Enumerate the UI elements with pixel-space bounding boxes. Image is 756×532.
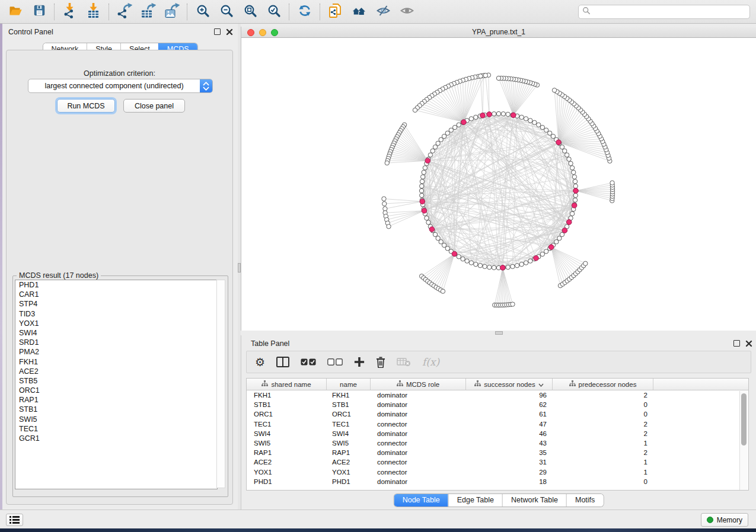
- task-history-button[interactable]: [6, 514, 23, 526]
- mcds-result-item[interactable]: SWI5: [15, 415, 217, 424]
- node-table-header: shared namenameMCDS rolesuccessor nodesp…: [247, 379, 748, 390]
- mcds-result-item[interactable]: STB1: [15, 405, 217, 414]
- select-all-columns-button[interactable]: [301, 354, 316, 370]
- control-panel-title: Control Panel: [8, 28, 53, 36]
- search-input[interactable]: [594, 7, 746, 17]
- run-mcds-button[interactable]: Run MCDS: [57, 99, 115, 113]
- mcds-result-item[interactable]: ACE2: [15, 367, 217, 376]
- export-network-button[interactable]: [115, 3, 134, 21]
- mcds-result-list[interactable]: PHD1CAR1STP4TID3YOX1SWI4SRD1PMA2FKH1ACE2…: [15, 280, 218, 489]
- column-header-shared-name[interactable]: shared name: [247, 379, 327, 390]
- table-row-RAP1[interactable]: RAP1RAP1dominator352: [247, 448, 748, 457]
- horizontal-splitter-grip[interactable]: [495, 331, 503, 335]
- table-row-ORC1[interactable]: ORC1ORC1dominator610: [247, 409, 748, 419]
- mcds-result-item[interactable]: RAP1: [15, 395, 217, 405]
- optimization-criterion-label: Optimization criterion:: [7, 69, 232, 78]
- cell-shared-name: SWI4: [247, 430, 327, 437]
- network-window-titlebar[interactable]: YPA_prune.txt_1: [241, 27, 756, 38]
- column-header-name[interactable]: name: [327, 379, 371, 390]
- mcds-result-title: MCDS result (17 nodes): [17, 271, 101, 280]
- create-column-button[interactable]: [354, 354, 365, 370]
- close-panel-button-mcds[interactable]: Close panel: [123, 99, 185, 113]
- search-field[interactable]: [578, 5, 750, 19]
- table-row-SWI5[interactable]: SWI5SWI5connector431: [247, 438, 748, 448]
- table-scrollbar-thumb[interactable]: [741, 393, 747, 446]
- cell-MCDS-role: dominator: [371, 392, 466, 399]
- mcds-result-item[interactable]: GCR1: [15, 434, 217, 443]
- cell-MCDS-role: connector: [371, 459, 466, 466]
- float-panel-button[interactable]: [214, 28, 221, 35]
- table-settings-button[interactable]: ⚙: [255, 354, 265, 370]
- column-header-predecessor-nodes[interactable]: predecessor nodes: [553, 379, 653, 390]
- cell-name: PHD1: [327, 478, 371, 485]
- mcds-result-item[interactable]: FKH1: [15, 357, 217, 367]
- cell-successor-nodes: 35: [466, 449, 553, 456]
- hide-selected-button[interactable]: [374, 3, 393, 21]
- apply-layout-button[interactable]: [295, 3, 314, 21]
- mcds-list-scrollbar[interactable]: [216, 280, 225, 488]
- table-tab-motifs[interactable]: Motifs: [566, 494, 603, 507]
- toolbar-separator: [320, 4, 321, 20]
- table-row-YOX1[interactable]: YOX1YOX1connector291: [247, 467, 748, 477]
- export-table-button[interactable]: [139, 3, 158, 21]
- mcds-result-item[interactable]: STB5: [15, 376, 217, 386]
- cell-successor-nodes: 96: [466, 392, 553, 399]
- delete-column-button[interactable]: [376, 354, 385, 370]
- mcds-result-item[interactable]: TEC1: [15, 424, 217, 434]
- import-network-button[interactable]: [60, 3, 79, 21]
- mcds-result-item[interactable]: YOX1: [15, 319, 217, 328]
- export-network-icon: [117, 3, 132, 21]
- table-tab-network-table[interactable]: Network Table: [502, 494, 566, 507]
- column-header-successor-nodes[interactable]: successor nodes: [466, 379, 553, 390]
- table-tab-node-table[interactable]: Node Table: [394, 494, 448, 507]
- criterion-value: largest connected component (undirected): [28, 82, 200, 90]
- cell-shared-name: PHD1: [247, 478, 327, 485]
- table-row-TEC1[interactable]: TEC1TEC1connector472: [247, 419, 748, 429]
- zoom-in-button[interactable]: [193, 3, 212, 21]
- zoom-fit-icon: [243, 4, 257, 20]
- home-view-button[interactable]: [350, 3, 369, 21]
- network-from-file-button[interactable]: [326, 3, 345, 21]
- table-row-SWI4[interactable]: SWI4SWI4dominator462: [247, 429, 748, 438]
- mcds-result-item[interactable]: PMA2: [15, 347, 217, 357]
- float-table-panel-button[interactable]: [733, 340, 740, 347]
- mcds-result-item[interactable]: SWI4: [15, 328, 217, 338]
- table-tab-edge-table[interactable]: Edge Table: [448, 494, 502, 507]
- cell-name: ACE2: [327, 459, 371, 466]
- table-panel: Table Panel ⚙ f(x) shared namenameMCDS r…: [241, 335, 756, 509]
- deselect-all-columns-button[interactable]: [327, 354, 343, 370]
- table-row-PHD1[interactable]: PHD1PHD1dominator180: [247, 477, 748, 486]
- criterion-select[interactable]: largest connected component (undirected): [28, 79, 213, 93]
- close-panel-button[interactable]: [226, 28, 233, 36]
- close-table-panel-button[interactable]: [745, 340, 752, 347]
- network-canvas[interactable]: [241, 38, 756, 331]
- cell-name: STB1: [327, 401, 371, 408]
- zoom-selected-button[interactable]: [264, 3, 283, 21]
- table-scrollbar[interactable]: [739, 391, 748, 490]
- show-column-panel-button[interactable]: [276, 354, 289, 370]
- export-image-button[interactable]: [162, 3, 181, 21]
- mcds-result-item[interactable]: PHD1: [15, 280, 217, 290]
- cell-MCDS-role: connector: [371, 469, 466, 476]
- column-header-filler: [653, 379, 748, 390]
- memory-button[interactable]: Memory: [701, 513, 748, 527]
- mcds-result-item[interactable]: CAR1: [15, 290, 217, 299]
- cell-successor-nodes: 31: [466, 459, 553, 466]
- zoom-out-button[interactable]: [217, 3, 236, 21]
- column-header-MCDS-role[interactable]: MCDS role: [371, 379, 466, 390]
- zoom-fit-button[interactable]: [241, 3, 260, 21]
- open-file-button[interactable]: [6, 3, 25, 21]
- hierarchy-icon: [397, 380, 403, 388]
- save-session-button[interactable]: [30, 3, 49, 21]
- control-panel: Control Panel NetworkStyleSelectMCDS Opt…: [2, 24, 238, 509]
- mcds-result-item[interactable]: ORC1: [15, 386, 217, 395]
- table-row-ACE2[interactable]: ACE2ACE2connector311: [247, 457, 748, 467]
- mcds-result-item[interactable]: TID3: [15, 309, 217, 319]
- mcds-result-item[interactable]: STP4: [15, 299, 217, 309]
- mcds-result-item[interactable]: SRD1: [15, 338, 217, 347]
- horizontal-splitter[interactable]: [241, 331, 756, 335]
- table-row-FKH1[interactable]: FKH1FKH1dominator962: [247, 390, 748, 400]
- network-graph[interactable]: [241, 38, 756, 331]
- table-row-STB1[interactable]: STB1STB1dominator620: [247, 400, 748, 409]
- import-table-button[interactable]: [84, 3, 103, 21]
